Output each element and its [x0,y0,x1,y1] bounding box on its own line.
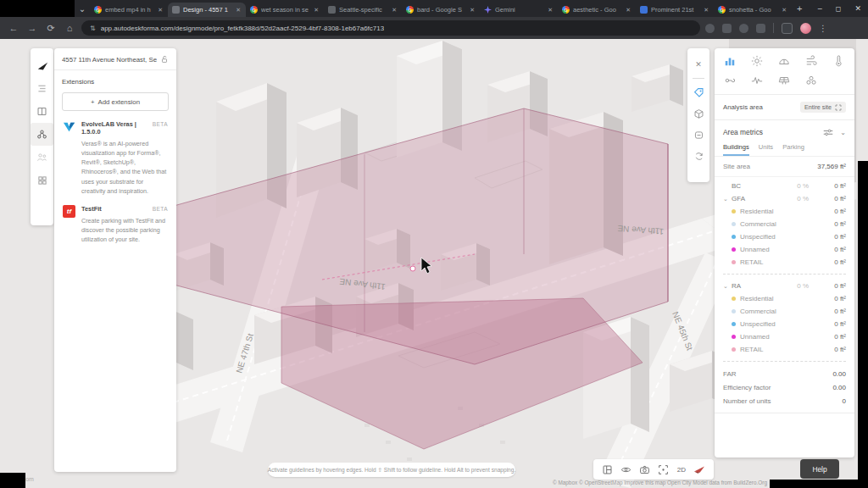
map-attribution[interactable]: © Mapbox © OpenStreetMap Improve this ma… [0,480,767,485]
browser-tab[interactable]: Prominent 21st✕ [636,3,714,17]
forward-icon[interactable]: → [25,23,39,33]
close-icon[interactable]: ✕ [391,7,398,14]
metric-row[interactable]: RETAIL0 ft² [715,256,854,269]
metric-row[interactable]: RETAIL0 ft² [715,343,854,356]
metric-row[interactable]: Unnamed0 ft² [715,330,854,343]
metric-row[interactable]: Residential0 ft² [715,205,854,218]
sun-analysis-icon[interactable] [750,54,763,67]
inspect-tag-icon[interactable] [687,82,709,103]
extension-icon[interactable] [705,24,715,33]
minimize-button[interactable]: – [818,4,822,13]
browser-tab[interactable]: Gsnohetta - Goo✕ [714,3,792,17]
help-button[interactable]: Help [800,459,839,479]
new-tab-button[interactable]: + [797,3,802,14]
extension-icon[interactable] [739,24,748,33]
metric-row-ra[interactable]: ⌄ RA 0 % 0 ft² [715,280,854,292]
metric-row[interactable]: Commercial0 ft² [715,305,854,318]
wind-analysis-icon[interactable] [804,54,817,67]
microclimate-thermometer-icon[interactable] [832,54,844,67]
unlock-icon[interactable] [160,55,169,64]
library-icon[interactable] [31,100,53,123]
category-color-dot [732,247,736,252]
tab-search-chevron-icon[interactable]: ⌄ [75,1,90,16]
close-icon[interactable]: ✕ [313,7,320,14]
extension-icon[interactable] [756,24,765,33]
close-icon[interactable]: ✕ [235,7,242,14]
extension-list-item[interactable]: EvolveLAB Veras | 1.5.0.0 BETA Veras® is… [54,111,176,196]
toggle-2d-button[interactable]: 2D [677,466,686,474]
chevron-down-icon[interactable]: ⌄ [723,196,732,202]
focus-target-icon[interactable] [658,464,669,475]
cube-icon[interactable] [687,103,709,125]
metric-row-bc[interactable]: BC 0 % 0 ft² [715,180,854,192]
reload-icon[interactable]: ⟳ [44,23,58,34]
maximize-button[interactable]: ◻ [836,5,842,13]
tab-parking[interactable]: Parking [782,143,804,156]
eye-icon[interactable] [620,464,632,475]
camera-icon[interactable] [639,464,650,475]
close-icon[interactable]: ✕ [157,7,164,14]
solar-panel-icon[interactable] [777,74,790,86]
screen: NE 47th St 11th Ave NE NE 45th St 11th A… [0,0,868,488]
browser-tab-bar: ⌄ Gembed mp4 in h✕ Design - 4557 1✕ Gwet… [0,0,868,17]
tab-buildings[interactable]: Buildings [723,143,749,156]
home-icon[interactable]: ⌂ [63,23,76,33]
close-icon[interactable]: ✕ [625,7,632,14]
metric-row[interactable]: Unspecified0 ft² [715,230,854,243]
metric-row[interactable]: Commercial0 ft² [715,218,854,230]
close-icon[interactable]: ✕ [703,7,709,14]
menu-dots-icon[interactable]: ⋮ [819,24,827,33]
side-panel-icon[interactable] [782,23,793,34]
layout-grid-icon[interactable] [602,464,613,475]
site-settings-icon[interactable]: ⇅ [90,25,96,32]
metric-row[interactable]: Unnamed0 ft² [715,243,854,256]
forma-logo-icon[interactable] [31,54,53,77]
filter-sliders-icon[interactable] [823,128,833,136]
chevron-down-icon[interactable]: ⌄ [723,283,732,290]
apps-grid-icon[interactable] [31,169,53,191]
dashed-divider [723,274,846,274]
embodied-carbon-icon[interactable] [804,74,817,86]
browser-tab[interactable]: Gemini✕ [480,3,558,17]
analysis-area-selector[interactable]: Entire site [800,102,846,113]
browser-tab[interactable]: Gembed mp4 in h✕ [90,3,168,17]
area-metrics-icon[interactable] [723,54,736,67]
beta-badge: BETA [153,121,168,127]
noise-analysis-icon[interactable] [723,74,736,86]
chevron-down-icon[interactable]: ⌄ [840,129,846,136]
close-icon[interactable]: ✕ [469,7,476,14]
project-address-title: 4557 11th Avenue Northeast, Seat... [62,56,157,64]
close-window-button[interactable]: ✕ [854,4,861,13]
sync-rotate-icon[interactable] [687,146,709,167]
metric-row-gfa[interactable]: ⌄ GFA 0 % 0 ft² [715,192,854,205]
tab-units[interactable]: Units [759,143,773,156]
vibration-analysis-icon[interactable] [750,74,763,86]
extension-icon[interactable] [722,24,732,33]
extension-name: EvolveLAB Veras | 1.5.0.0 [81,120,150,136]
layers-list-icon[interactable] [31,77,53,100]
forma-compass-icon[interactable] [693,464,705,474]
url-bar[interactable]: ⇅ app.autodeskforma.com/designmode/pro_f… [81,20,700,36]
browser-tab[interactable]: Seattle-specific✕ [324,3,402,17]
daylight-dome-icon[interactable] [777,54,790,67]
collaborate-icon[interactable] [31,146,53,169]
browser-tab[interactable]: Gwet season in se✕ [246,3,324,17]
extension-list-item[interactable]: tf TestFit BETA Create parking with Test… [54,196,176,244]
profile-avatar[interactable] [800,23,811,34]
metric-row[interactable]: Unspecified0 ft² [715,318,854,330]
browser-tab[interactable]: Gbard - Google S✕ [402,3,480,17]
veras-logo-icon [63,120,75,133]
close-icon[interactable]: ✕ [781,7,787,14]
back-icon[interactable]: ← [7,23,20,33]
storage-icon[interactable] [687,125,709,146]
extensions-icon[interactable] [31,123,53,146]
add-extension-button[interactable]: + Add extension [62,92,169,111]
browser-tab[interactable]: Gaesthetic - Goo✕ [558,3,636,17]
close-icon[interactable]: ✕ [687,53,709,75]
metric-row[interactable]: Residential0 ft² [715,292,854,305]
browser-tab-active[interactable]: Design - 4557 1✕ [168,3,246,17]
letterbox-corner [0,473,25,488]
close-icon[interactable]: ✕ [547,7,554,14]
google-favicon: G [94,6,102,14]
right-tool-rail: ✕ [687,48,709,182]
